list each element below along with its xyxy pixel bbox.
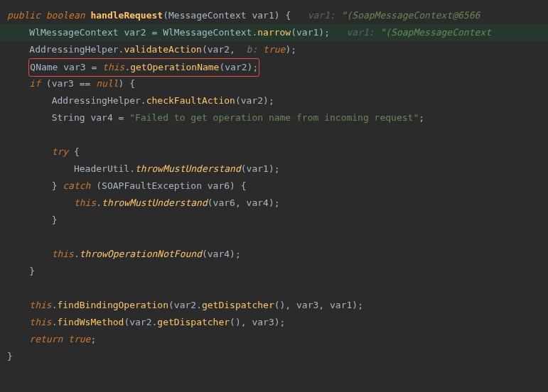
keyword-try: try [52, 146, 68, 157]
keyword-boolean: boolean [46, 10, 85, 21]
method-call: getDispatcher [157, 317, 230, 327]
method-call: throwOperationNotFound [80, 249, 202, 259]
code-line[interactable]: this.throwMustUnderstand(var6, var4); [7, 195, 548, 212]
method-call: throwMustUnderstand [102, 197, 208, 208]
method-call: findWsMethod [57, 317, 124, 327]
param-name: var1 [252, 10, 274, 21]
inline-hint-label: var1: [308, 10, 335, 21]
method-call: getOperationName [130, 62, 219, 72]
type: WlMessageContext [29, 27, 118, 38]
code-line[interactable]: String var4 = "Failed to get operation n… [7, 109, 548, 126]
code-line[interactable]: AddressingHelper.validateAction(var2, b:… [7, 41, 548, 58]
code-line[interactable]: } [7, 212, 548, 229]
class-ref: AddressingHelper [29, 44, 118, 55]
inline-hint-label: var1: [346, 27, 374, 38]
keyword-public: public [7, 10, 41, 21]
type: String [52, 112, 85, 123]
code-line[interactable]: this.throwOperationNotFound(var4); [7, 246, 548, 263]
exception-type: SOAPFaultException [102, 180, 202, 191]
variable: var4 [90, 112, 112, 123]
code-line-blank[interactable] [7, 229, 548, 246]
method-call: findBindingOperation [57, 300, 168, 310]
highlighted-box: QName var3 = this.getOperationName(var2)… [28, 58, 259, 77]
keyword-if: if [29, 78, 41, 89]
method-call: checkFaultAction [146, 95, 235, 106]
code-line[interactable]: } catch (SOAPFaultException var6) { [7, 178, 548, 195]
param-hint: b: [247, 44, 258, 55]
keyword-catch: catch [63, 180, 90, 191]
method-call: validateAction [124, 44, 202, 55]
variable: var2 [124, 27, 146, 38]
class-ref: WlMessageContext [163, 27, 252, 38]
method-declaration: handleRequest [90, 10, 163, 21]
method-call: getDispatcher [202, 300, 274, 310]
code-line-blank[interactable] [7, 280, 548, 297]
keyword-return: return [29, 334, 63, 344]
class-ref: AddressingHelper [52, 95, 141, 106]
code-line-blank[interactable] [7, 126, 548, 143]
code-line[interactable]: return true; [7, 331, 548, 348]
code-line[interactable]: } [7, 348, 548, 365]
code-line[interactable]: try { [7, 143, 548, 160]
class-ref: HeaderUtil [74, 163, 129, 174]
string-literal: "Failed to get operation name from incom… [129, 112, 419, 123]
code-line-highlighted[interactable]: WlMessageContext var2 = WlMessageContext… [0, 24, 548, 41]
param-type: MessageContext [168, 10, 247, 21]
code-line[interactable]: this.findBindingOperation(var2.getDispat… [7, 297, 548, 314]
code-line[interactable]: this.findWsMethod(var2.getDispatcher(), … [7, 314, 548, 331]
method-call: narrow [257, 27, 291, 38]
inline-hint-value: "(SoapMessageContext@6566 [341, 10, 480, 21]
type: QName [30, 62, 58, 72]
inline-hint-value: "(SoapMessageContext [380, 27, 491, 38]
code-line-boxed[interactable]: QName var3 = this.getOperationName(var2)… [7, 58, 548, 75]
method-call: throwMustUnderstand [135, 163, 241, 174]
code-line[interactable]: AddressingHelper.checkFaultAction(var2); [7, 92, 548, 109]
code-line[interactable]: public boolean handleRequest(MessageCont… [7, 7, 548, 24]
code-line[interactable]: if (var3 == null) { [7, 75, 548, 92]
code-line[interactable]: } [7, 263, 548, 280]
variable: var3 [63, 62, 85, 72]
code-line[interactable]: HeaderUtil.throwMustUnderstand(var1); [7, 160, 548, 178]
